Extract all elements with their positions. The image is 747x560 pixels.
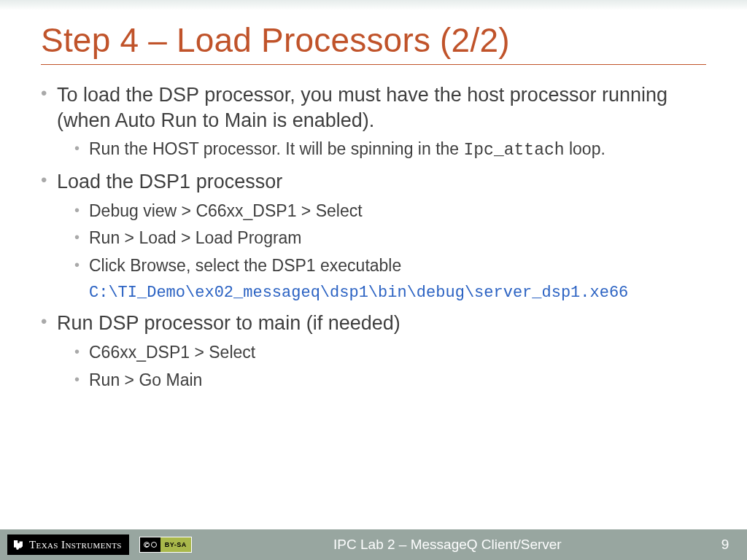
top-gradient-bar <box>0 0 747 10</box>
cc-label: BY-SA <box>160 537 191 552</box>
file-path: C:\TI_Demo\ex02_messageq\dsp1\bin\debug\… <box>89 283 706 303</box>
sub-list: C66xx_DSP1 > Select Run > Go Main <box>74 342 706 392</box>
bullet-item: To load the DSP processor, you must have… <box>41 82 706 162</box>
sub-item: Run > Load > Load Program <box>74 228 706 249</box>
slide: Step 4 – Load Processors (2/2) To load t… <box>0 0 747 560</box>
content-area: To load the DSP processor, you must have… <box>0 68 747 529</box>
bullet-list: To load the DSP processor, you must have… <box>41 82 706 392</box>
sub-item: Debug view > C66xx_DSP1 > Select <box>74 201 706 222</box>
bullet-text: To load the DSP processor, you must have… <box>57 84 667 131</box>
ti-chip-icon <box>12 538 25 551</box>
sub-text: C66xx_DSP1 > Select <box>89 343 255 362</box>
bullet-text: Load the DSP1 processor <box>57 171 282 192</box>
title-underline <box>41 64 706 65</box>
bullet-text: Run DSP processor to main (if needed) <box>57 312 400 334</box>
footer-title: IPC Lab 2 – MessageQ Client/Server <box>192 537 703 553</box>
sub-item: Click Browse, select the DSP1 executable <box>74 255 706 277</box>
sub-text-part: loop. <box>565 139 605 158</box>
sub-text: Run > Load > Load Program <box>89 228 302 247</box>
sub-text: Click Browse, select the DSP1 executable <box>89 256 401 275</box>
bullet-item: Run DSP processor to main (if needed) C6… <box>41 311 706 391</box>
cc-license-badge: BY-SA <box>139 537 192 553</box>
sub-list: Run the HOST processor. It will be spinn… <box>74 139 706 162</box>
sub-text-part: Run the HOST processor. It will be spinn… <box>89 139 464 158</box>
bullet-item: Load the DSP1 processor Debug view > C66… <box>41 169 706 303</box>
sub-list: Debug view > C66xx_DSP1 > Select Run > L… <box>74 201 706 278</box>
ti-logo: Texas Instruments <box>7 534 129 555</box>
ti-logo-text: Texas Instruments <box>29 539 122 551</box>
sub-text: Run > Go Main <box>89 370 202 389</box>
title-area: Step 4 – Load Processors (2/2) <box>0 10 747 68</box>
sub-item: Run the HOST processor. It will be spinn… <box>74 139 706 162</box>
sub-text: Debug view > C66xx_DSP1 > Select <box>89 201 363 220</box>
sub-item: C66xx_DSP1 > Select <box>74 342 706 364</box>
page-number: 9 <box>703 537 747 553</box>
sub-item: Run > Go Main <box>74 370 706 392</box>
slide-title: Step 4 – Load Processors (2/2) <box>41 20 706 60</box>
footer-bar: Texas Instruments BY-SA IPC Lab 2 – Mess… <box>0 529 747 560</box>
code-inline: Ipc_attach <box>464 141 565 160</box>
cc-circles-icon <box>140 537 160 552</box>
